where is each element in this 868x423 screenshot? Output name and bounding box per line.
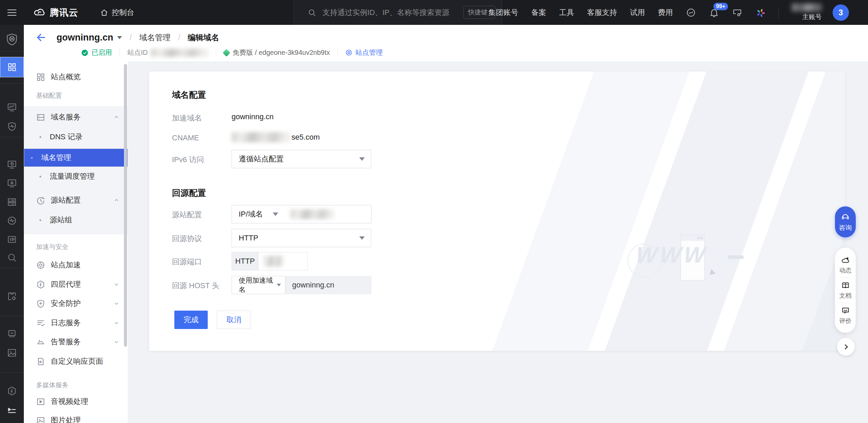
- sidebar-section-basic-config: 基础配置: [36, 91, 62, 100]
- breadcrumb-edit-domain: 编辑域名: [188, 32, 219, 43]
- ipv6-select[interactable]: 遵循站点配置: [232, 150, 371, 168]
- sidebar-item-traffic-scheduling[interactable]: 流量调度管理: [24, 168, 128, 185]
- headset-icon: [841, 212, 850, 221]
- voucher-icon[interactable]: [686, 7, 696, 18]
- hamburger-menu-icon[interactable]: [0, 0, 24, 25]
- chevron-down-icon[interactable]: [114, 320, 119, 325]
- check-circle-icon: [81, 49, 89, 57]
- protocol-select[interactable]: HTTP: [232, 229, 371, 247]
- collapse-widgets-button[interactable]: [837, 338, 855, 356]
- rail-hex-bolt-icon[interactable]: [0, 381, 24, 401]
- alarm-icon: [36, 338, 45, 347]
- nav-item-support[interactable]: 客服支持: [587, 7, 617, 18]
- global-search[interactable]: 快捷键 /: [294, 0, 502, 25]
- nav-divider: [778, 7, 779, 18]
- submit-button[interactable]: 完成: [174, 311, 208, 329]
- select-caret-icon: [359, 157, 365, 161]
- rail-server-icon[interactable]: [0, 192, 24, 212]
- site-switch-chevron-down-icon[interactable]: [117, 36, 122, 39]
- search-input[interactable]: [322, 8, 452, 17]
- sidebar-item-av-processing[interactable]: 音视频处理: [24, 393, 128, 410]
- port-input[interactable]: [258, 252, 284, 270]
- cancel-button[interactable]: 取消: [217, 311, 251, 329]
- sidebar-item-image-processing[interactable]: 图片处理: [24, 412, 128, 423]
- rail-overview-icon[interactable]: [0, 57, 24, 77]
- custom-page-icon: [36, 357, 45, 366]
- sidebar: 站点概览 基础配置 域名服务 DNS 记录 域名管理 流量调度管理 源站配置: [24, 61, 128, 423]
- decor-dash: [728, 255, 744, 259]
- sidebar-item-l4-proxy[interactable]: 四层代理: [24, 276, 128, 293]
- float-item-docs[interactable]: 文档: [839, 278, 852, 303]
- brand-logo[interactable]: 腾讯云: [33, 6, 78, 19]
- security-shield-icon: [36, 299, 45, 308]
- host-mode-select[interactable]: 使用加速域名: [232, 276, 285, 294]
- nav-item-group-account[interactable]: 集团账号: [488, 7, 518, 18]
- rail-shield-pulse-icon[interactable]: [0, 117, 24, 136]
- back-button[interactable]: [35, 32, 47, 43]
- edgeone-logo-icon[interactable]: [0, 30, 24, 49]
- tencent-cloud-logo-icon: [33, 6, 46, 19]
- sidebar-item-site-overview[interactable]: 站点概览: [24, 69, 128, 85]
- avatar[interactable]: 3: [833, 4, 849, 21]
- sidebar-item-domain-management[interactable]: 域名管理: [24, 148, 128, 167]
- video-processing-icon: [36, 397, 45, 406]
- rail-monitor-refresh-icon[interactable]: [0, 155, 24, 174]
- notification-bell-icon[interactable]: 99+: [709, 7, 719, 18]
- site-management-link[interactable]: 站点管理: [345, 48, 383, 57]
- chevron-up-icon[interactable]: [114, 198, 119, 203]
- chevron-down-icon[interactable]: [114, 340, 119, 344]
- sidebar-item-alarm-service[interactable]: 告警服务: [24, 334, 128, 350]
- console-settings-icon[interactable]: [732, 7, 742, 18]
- sidebar-item-site-acceleration[interactable]: 站点加速: [24, 257, 128, 273]
- site-name[interactable]: gowninng.cn: [57, 32, 113, 43]
- origin-config-icon: [36, 196, 45, 205]
- sidebar-scrollbar[interactable]: [124, 64, 127, 347]
- rail-search-icon[interactable]: [0, 248, 24, 267]
- nav-item-trial[interactable]: 试用: [630, 7, 645, 18]
- plan-info: 免费版 / edgeone-3k94uv2nb9tx: [224, 48, 330, 57]
- sidebar-item-origin-group[interactable]: 源站组: [24, 212, 128, 228]
- sidebar-item-security-protection[interactable]: 安全防护: [24, 295, 128, 312]
- account-name-redacted: [792, 3, 822, 12]
- ai-pinwheel-icon[interactable]: [755, 7, 766, 18]
- origin-address-input[interactable]: [284, 205, 372, 223]
- sidebar-item-custom-response-page[interactable]: 自定义响应页面: [24, 353, 128, 370]
- account-info[interactable]: 主账号: [792, 3, 822, 21]
- sidebar-item-dns-records[interactable]: DNS 记录: [24, 129, 128, 145]
- chevron-down-icon[interactable]: [114, 282, 119, 287]
- float-item-news[interactable]: 动态: [839, 253, 852, 278]
- consult-button[interactable]: 咨询: [835, 206, 856, 237]
- nav-item-billing[interactable]: 费用: [658, 7, 673, 18]
- float-menu: 动态 文档 评价: [835, 248, 856, 333]
- chevron-up-icon[interactable]: [114, 115, 119, 120]
- float-item-feedback[interactable]: 评价: [839, 303, 852, 328]
- cname-label: CNAME: [172, 134, 199, 142]
- chevron-down-icon[interactable]: [114, 301, 119, 306]
- nav-item-tools[interactable]: 工具: [559, 7, 574, 18]
- console-link[interactable]: 控制台: [100, 7, 134, 18]
- accel-domain-label: 加速域名: [172, 113, 202, 123]
- breadcrumb-domain-management[interactable]: 域名管理: [139, 32, 171, 43]
- rail-box-gear-icon[interactable]: [0, 287, 24, 306]
- domain-service-icon: [36, 113, 45, 122]
- rail-chip-icon[interactable]: [0, 324, 24, 343]
- top-navbar: 腾讯云 控制台 快捷键 / 集团账号 备案 工具 客服支持 试用 费用: [0, 0, 868, 25]
- rail-image-icon[interactable]: [0, 343, 24, 362]
- rail-monitor-chart-icon[interactable]: [0, 98, 24, 117]
- sidebar-item-origin-config[interactable]: 源站配置: [24, 192, 128, 208]
- nav-item-icp[interactable]: 备案: [531, 7, 546, 18]
- protocol-label: 回源协议: [172, 234, 202, 244]
- home-icon: [100, 9, 108, 17]
- site-acceleration-icon: [36, 261, 45, 270]
- cname-redacted: [232, 132, 290, 142]
- rail-ip-icon[interactable]: [0, 230, 24, 249]
- rail-monitor-download-icon[interactable]: [0, 174, 24, 193]
- left-icon-rail: [0, 25, 24, 423]
- host-value-input[interactable]: gowninng.cn: [285, 276, 372, 294]
- origin-type-select[interactable]: IP/域名: [232, 205, 285, 223]
- sidebar-item-domain-service[interactable]: 域名服务: [24, 109, 128, 125]
- sidebar-item-log-service[interactable]: 日志服务: [24, 315, 128, 331]
- status-enabled: 已启用: [81, 48, 112, 57]
- rail-circle-pulse-icon[interactable]: [0, 211, 24, 230]
- rail-collapse-icon[interactable]: [0, 401, 24, 420]
